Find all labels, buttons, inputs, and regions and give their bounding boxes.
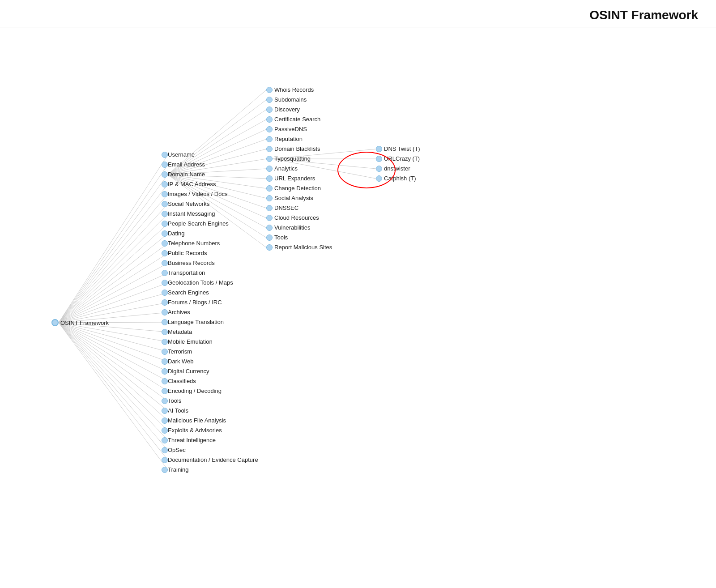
left-node-6[interactable]: Instant Messaging (162, 210, 217, 217)
node-label: Domain Blacklists (274, 145, 320, 152)
left-node-32[interactable]: Training (162, 466, 190, 473)
left-node-22[interactable]: Digital Currency (162, 368, 211, 375)
svg-line-10 (59, 253, 168, 323)
middle-node-14[interactable]: Vulnerabilities (266, 224, 310, 231)
middle-node-12[interactable]: DNSSEC (266, 205, 298, 211)
middle-node-5[interactable]: Reputation (266, 136, 303, 142)
left-node-25[interactable]: Tools (162, 397, 183, 404)
left-node-10[interactable]: Public Records (162, 250, 209, 256)
middle-node-7[interactable]: Typosquatting (266, 155, 311, 162)
node-label: PassiveDNS (274, 126, 307, 132)
middle-node-8[interactable]: Analytics (266, 165, 298, 172)
page-title: OSINT Framework (589, 8, 698, 22)
middle-node-13[interactable]: Cloud Resources (266, 214, 319, 221)
left-node-17[interactable]: Language Translation (162, 319, 226, 325)
node-label: Reputation (274, 136, 303, 142)
node-circle (162, 329, 168, 335)
left-node-5[interactable]: Social Networks (162, 200, 211, 207)
middle-node-9[interactable]: URL Expanders (266, 175, 315, 182)
left-node-1[interactable]: Email Address (162, 161, 207, 168)
node-circle (162, 211, 168, 217)
node-circle (162, 447, 168, 453)
node-circle (376, 175, 382, 182)
middle-node-15[interactable]: Tools (266, 234, 288, 241)
node-label: Transportation (168, 269, 205, 276)
node-label: Threat Intelligence (168, 437, 216, 443)
left-node-23[interactable]: Classifieds (162, 378, 198, 384)
root-circle (51, 319, 59, 326)
middle-node-10[interactable]: Change Detection (266, 185, 321, 192)
left-node-2[interactable]: Domain Name (162, 171, 207, 178)
middle-node-11[interactable]: Social Analysis (266, 195, 313, 201)
node-circle (266, 195, 273, 201)
left-node-20[interactable]: Terrorism (162, 348, 194, 355)
middle-node-3[interactable]: Certificate Search (266, 116, 320, 123)
right-node-0[interactable]: DNS Twist (T) (376, 145, 420, 152)
node-circle (266, 234, 273, 241)
node-circle (162, 309, 168, 315)
node-circle (162, 221, 168, 227)
left-node-0[interactable]: Username (162, 151, 196, 158)
right-node-3[interactable]: Catphish (T) (376, 175, 416, 182)
node-label: IP & MAC Address (168, 181, 216, 187)
middle-node-2[interactable]: Discovery (266, 106, 300, 113)
left-node-7[interactable]: People Search Engines (162, 220, 230, 227)
node-circle (266, 116, 273, 123)
svg-line-29 (59, 323, 168, 440)
left-node-4[interactable]: Images / Videos / Docs (162, 191, 229, 197)
left-node-18[interactable]: Metadata (162, 328, 194, 335)
middle-node-1[interactable]: Subdomains (266, 96, 307, 103)
middle-node-0[interactable]: Whois Records (266, 86, 314, 93)
svg-line-3 (59, 184, 168, 323)
left-node-31[interactable]: Documentation / Evidence Capture (162, 456, 260, 463)
left-node-26[interactable]: AI Tools (162, 407, 190, 414)
left-node-19[interactable]: Mobile Emulation (162, 338, 214, 345)
left-node-29[interactable]: Threat Intelligence (162, 437, 217, 443)
svg-line-26 (59, 323, 168, 411)
left-node-24[interactable]: Encoding / Decoding (162, 388, 223, 394)
right-node-2[interactable]: dnstwister (376, 165, 410, 172)
root-node[interactable]: OSINT Framework (51, 319, 109, 326)
node-label: Email Address (168, 161, 205, 168)
left-node-21[interactable]: Dark Web (162, 358, 196, 365)
node-label: DNS Twist (T) (384, 145, 420, 152)
svg-line-6 (59, 214, 168, 323)
left-node-9[interactable]: Telephone Numbers (162, 240, 222, 247)
middle-node-4[interactable]: PassiveDNS (266, 126, 307, 132)
left-node-30[interactable]: OpSec (162, 447, 188, 453)
node-circle (162, 319, 168, 325)
node-label: Search Engines (168, 289, 209, 296)
middle-node-16[interactable]: Report Malicious Sites (266, 244, 332, 251)
node-label: Change Detection (274, 185, 321, 192)
left-node-27[interactable]: Malicious File Analysis (162, 417, 228, 424)
left-node-12[interactable]: Transportation (162, 269, 207, 276)
left-node-13[interactable]: Geolocation Tools / Maps (162, 279, 235, 286)
node-label: Whois Records (274, 86, 314, 93)
node-label: Digital Currency (168, 368, 209, 375)
node-circle (266, 244, 273, 251)
tree-svg (0, 27, 716, 582)
left-node-15[interactable]: Forums / Blogs / IRC (162, 299, 224, 306)
left-node-3[interactable]: IP & MAC Address (162, 181, 217, 187)
node-circle (266, 215, 273, 221)
node-label: Dark Web (168, 358, 194, 365)
middle-node-6[interactable]: Domain Blacklists (266, 145, 320, 152)
right-node-1[interactable]: URLCrazy (T) (376, 155, 420, 162)
svg-line-13 (59, 283, 168, 323)
node-circle (162, 250, 168, 256)
svg-line-12 (59, 273, 168, 323)
node-label: Social Analysis (274, 195, 313, 201)
left-node-16[interactable]: Archives (162, 309, 192, 315)
left-node-11[interactable]: Business Records (162, 260, 217, 266)
svg-line-20 (59, 323, 168, 352)
svg-line-8 (59, 234, 168, 323)
node-circle (266, 146, 273, 152)
svg-line-25 (59, 323, 168, 401)
node-circle (162, 290, 168, 296)
left-node-8[interactable]: Dating (162, 230, 187, 237)
svg-line-9 (59, 243, 168, 323)
node-label: Tools (274, 234, 288, 241)
node-circle (162, 299, 168, 306)
left-node-28[interactable]: Exploits & Advisories (162, 427, 224, 434)
left-node-14[interactable]: Search Engines (162, 289, 211, 296)
